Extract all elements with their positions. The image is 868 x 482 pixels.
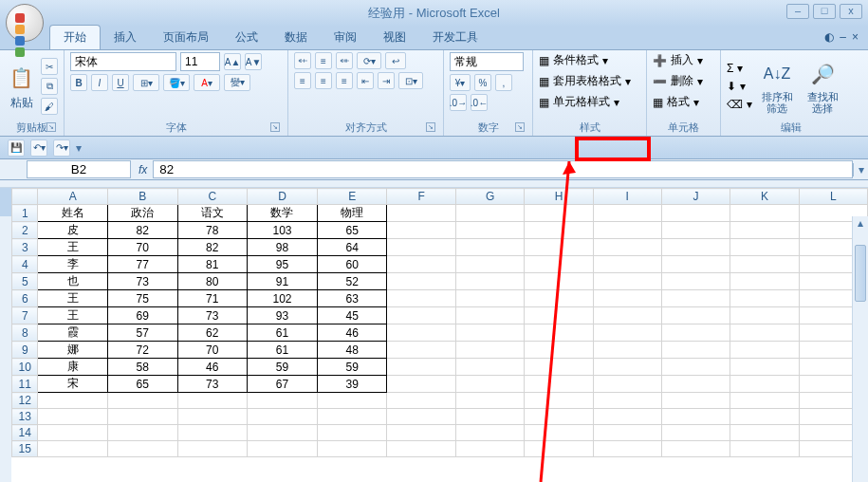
cell-B15[interactable] [107, 441, 177, 457]
cell-H2[interactable] [525, 222, 593, 239]
col-header-D[interactable]: D [248, 189, 318, 205]
cell-I3[interactable] [593, 239, 661, 256]
cell-K7[interactable] [730, 307, 799, 324]
cell-G1[interactable] [455, 205, 524, 222]
cell-C4[interactable]: 81 [177, 256, 248, 273]
cell-I15[interactable] [593, 441, 661, 457]
align-bottom-icon[interactable]: ⬵ [336, 52, 353, 69]
cell-G7[interactable] [455, 307, 524, 324]
cell-C2[interactable]: 78 [177, 222, 248, 239]
cell-J12[interactable] [661, 393, 729, 409]
cell-K14[interactable] [730, 425, 799, 441]
row-header-12[interactable]: 12 [12, 393, 38, 409]
wrap-text-icon[interactable]: ↩ [385, 52, 406, 69]
cell-I2[interactable] [593, 222, 661, 239]
cell-I14[interactable] [593, 425, 661, 441]
cell-F15[interactable] [387, 441, 455, 457]
row-header-15[interactable]: 15 [12, 441, 38, 457]
cell-G14[interactable] [455, 425, 524, 441]
cell-C12[interactable] [177, 393, 248, 409]
cell-B2[interactable]: 82 [107, 222, 177, 239]
cell-J15[interactable] [661, 441, 729, 457]
cell-G11[interactable] [455, 376, 524, 393]
cell-H10[interactable] [525, 359, 593, 376]
cell-F2[interactable] [387, 222, 455, 239]
cell-E5[interactable]: 52 [317, 273, 387, 290]
cell-A1[interactable]: 姓名 [38, 205, 108, 222]
cell-F5[interactable] [387, 273, 455, 290]
cell-E13[interactable] [317, 409, 387, 425]
cell-B10[interactable]: 58 [107, 359, 177, 376]
align-top-icon[interactable]: ⬴ [294, 52, 311, 69]
cell-G9[interactable] [455, 342, 524, 359]
cell-G13[interactable] [455, 409, 524, 425]
cell-B1[interactable]: 政治 [107, 205, 177, 222]
row-header-13[interactable]: 13 [12, 409, 38, 425]
cell-G2[interactable] [455, 222, 524, 239]
copy-icon[interactable]: ⧉ [41, 78, 58, 95]
cell-C14[interactable] [177, 425, 248, 441]
underline-button[interactable]: U [112, 74, 129, 91]
row-header-5[interactable]: 5 [12, 273, 38, 290]
cell-B7[interactable]: 69 [107, 307, 177, 324]
cell-K1[interactable] [730, 205, 799, 222]
cell-H13[interactable] [525, 409, 593, 425]
cell-D9[interactable]: 61 [248, 342, 318, 359]
row-header-11[interactable]: 11 [12, 376, 38, 393]
cell-H9[interactable] [525, 342, 593, 359]
cell-K13[interactable] [730, 409, 799, 425]
cell-E8[interactable]: 46 [317, 324, 387, 342]
phonetic-button[interactable]: 變▾ [224, 74, 250, 91]
col-header-I[interactable]: I [593, 189, 661, 205]
cell-J9[interactable] [661, 342, 729, 359]
decrease-font-icon[interactable]: A▼ [245, 53, 262, 70]
cell-I10[interactable] [593, 359, 661, 376]
cell-H5[interactable] [525, 273, 593, 290]
cell-J10[interactable] [661, 359, 729, 376]
cell-F7[interactable] [387, 307, 455, 324]
cell-F10[interactable] [387, 359, 455, 376]
align-launcher[interactable]: ↘ [426, 122, 435, 132]
sort-filter-button[interactable]: A↓Z 排序和 筛选 [756, 59, 798, 114]
cell-A8[interactable]: 霞 [38, 324, 108, 342]
col-header-B[interactable]: B [107, 189, 177, 205]
cell-F6[interactable] [387, 290, 455, 307]
cell-H14[interactable] [525, 425, 593, 441]
cell-C8[interactable]: 62 [177, 324, 248, 342]
row-header-10[interactable]: 10 [12, 359, 38, 376]
cell-D1[interactable]: 数学 [248, 205, 318, 222]
cell-E9[interactable]: 48 [317, 342, 387, 359]
cell-B14[interactable] [107, 425, 177, 441]
clear-button[interactable]: ⌫ ▾ [727, 98, 752, 111]
font-name-combo[interactable] [70, 52, 176, 71]
cell-D13[interactable] [248, 409, 318, 425]
cell-E2[interactable]: 65 [317, 222, 387, 239]
cell-E1[interactable]: 物理 [317, 205, 387, 222]
close-button[interactable]: x [840, 4, 862, 19]
cell-D4[interactable]: 95 [248, 256, 318, 273]
border-button[interactable]: ⊞▾ [133, 74, 159, 91]
cell-I8[interactable] [593, 324, 661, 342]
cell-H1[interactable] [525, 205, 593, 222]
cell-C9[interactable]: 70 [177, 342, 248, 359]
cell-K11[interactable] [730, 376, 799, 393]
cell-G12[interactable] [455, 393, 524, 409]
cell-F4[interactable] [387, 256, 455, 273]
cell-D6[interactable]: 102 [248, 290, 318, 307]
scrollbar-thumb[interactable] [855, 245, 866, 302]
cell-E3[interactable]: 64 [317, 239, 387, 256]
cell-A7[interactable]: 王 [38, 307, 108, 324]
cell-F3[interactable] [387, 239, 455, 256]
cell-A5[interactable]: 也 [38, 273, 108, 290]
row-header-4[interactable]: 4 [12, 256, 38, 273]
cell-A3[interactable]: 王 [38, 239, 108, 256]
cell-H3[interactable] [525, 239, 593, 256]
cell-E15[interactable] [317, 441, 387, 457]
cell-B4[interactable]: 77 [107, 256, 177, 273]
cell-A4[interactable]: 李 [38, 256, 108, 273]
number-format-combo[interactable] [450, 52, 524, 71]
find-select-button[interactable]: 🔎 查找和 选择 [802, 59, 843, 114]
cell-C13[interactable] [177, 409, 248, 425]
row-header-14[interactable]: 14 [12, 425, 38, 441]
font-launcher[interactable]: ↘ [270, 122, 280, 132]
